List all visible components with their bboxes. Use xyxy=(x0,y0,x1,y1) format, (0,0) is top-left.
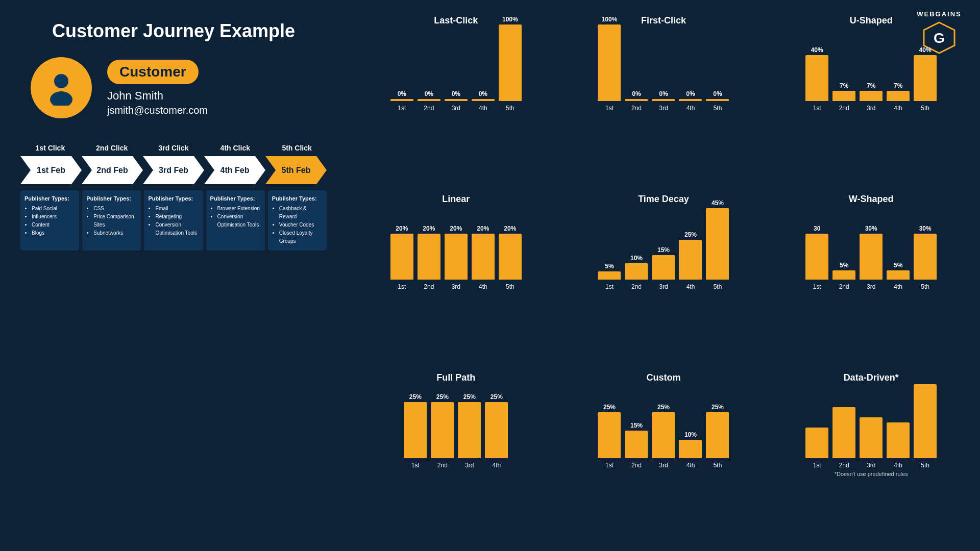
pub-item: Retargeting xyxy=(155,213,199,221)
bar-label-bottom: 1st xyxy=(398,105,406,112)
bar-col: 25% 4th xyxy=(485,393,508,469)
publisher-box-5: Publisher Types: Cashback & Reward Vouch… xyxy=(268,190,327,251)
bar xyxy=(914,234,937,280)
bar-col: 30% 5th xyxy=(914,225,937,290)
bar xyxy=(598,271,621,280)
bar-label-top: 0% xyxy=(452,90,460,97)
bar-chart-last-click: 0% 1st 0% 2nd 0% 3rd 0% 4th xyxy=(357,30,555,112)
bar xyxy=(625,431,648,458)
bar-label-top: 7% xyxy=(894,82,902,89)
bar xyxy=(832,91,855,101)
bar-col: 1st xyxy=(805,426,828,469)
publisher-box-2: Publisher Types: CSS Price Comparison Si… xyxy=(82,190,141,251)
bar-col: 40% 5th xyxy=(914,46,937,112)
bar-col: 25% 1st xyxy=(404,393,427,469)
customer-email: jsmith@customer.com xyxy=(107,105,208,116)
chart-title-full-path: Full Path xyxy=(436,372,475,383)
bar-label-bottom: 3rd xyxy=(452,283,460,290)
customer-info: Customer John Smith jsmith@customer.com xyxy=(20,57,327,118)
bar-label-top: 30% xyxy=(919,225,932,232)
bar-col: 25% 3rd xyxy=(458,393,481,469)
bar-col: 5% 4th xyxy=(887,262,910,290)
bar-label-top: 25% xyxy=(463,393,476,400)
data-driven-note: *Doesn't use predefined rules xyxy=(835,471,908,477)
bar xyxy=(598,412,621,458)
bar xyxy=(652,412,675,458)
bar-col: 2nd xyxy=(832,406,855,469)
bar xyxy=(499,234,522,280)
bar xyxy=(860,91,883,101)
bar-label-top: 0% xyxy=(479,90,487,97)
bar-chart-u-shaped: 40% 1st 7% 2nd 7% 3rd 7% 4th xyxy=(772,30,970,112)
bar-col: 40% 1st xyxy=(805,46,828,112)
bar-label-bottom: 1st xyxy=(813,462,821,469)
bar-col: 0% 2nd xyxy=(418,90,440,112)
bar-label-top: 5% xyxy=(605,263,614,270)
bar-label-bottom: 2nd xyxy=(631,462,642,469)
bar xyxy=(445,234,468,280)
bar-col: 20% 3rd xyxy=(445,225,468,290)
bar xyxy=(458,402,481,458)
bar-label-top: 10% xyxy=(684,431,697,438)
customer-details: Customer John Smith jsmith@customer.com xyxy=(107,60,208,116)
chart-title-linear: Linear xyxy=(442,194,470,205)
bar-chart-first-click: 100% 1st 0% 2nd 0% 3rd 0% 4th xyxy=(565,30,763,112)
bar-label-top: 0% xyxy=(713,90,722,97)
bar-col: 25% 4th xyxy=(679,231,702,290)
bar xyxy=(914,384,937,458)
bar-label-bottom: 3rd xyxy=(659,283,668,290)
bar-label-top: 0% xyxy=(398,90,406,97)
chart-linear: Linear 20% 1st 20% 2nd 20% 3rd xyxy=(357,194,555,367)
chart-title-time-decay: Time Decay xyxy=(638,194,689,205)
bar-label-top: 40% xyxy=(919,46,932,54)
bar-label-bottom: 3rd xyxy=(659,462,668,469)
pub-item: Content xyxy=(32,221,75,229)
bar-col: 25% 5th xyxy=(706,404,729,469)
bar-label-bottom: 1st xyxy=(605,105,614,112)
bar-col: 20% 5th xyxy=(499,225,522,290)
pub-title-3: Publisher Types: xyxy=(148,195,199,202)
bar xyxy=(485,402,508,458)
bar-label-bottom: 3rd xyxy=(452,105,460,112)
bar-label-top: 5% xyxy=(840,262,848,269)
bar xyxy=(499,24,522,101)
bar-col: 5% 2nd xyxy=(832,262,855,290)
pub-item: Blogs xyxy=(32,229,75,237)
bar-label-bottom: 5th xyxy=(714,105,722,112)
bar-label-top: 25% xyxy=(491,393,503,400)
bar-chart-full-path: 25% 1st 25% 2nd 25% 3rd 25% 4th xyxy=(357,387,555,469)
arrow-1: 1st Feb xyxy=(20,156,82,184)
bar-label-bottom: 4th xyxy=(687,283,695,290)
bar-label-bottom: 3rd xyxy=(867,462,875,469)
bar-col: 100% 5th xyxy=(499,16,522,112)
bar-label-top: 0% xyxy=(659,90,668,97)
bar-label-bottom: 4th xyxy=(492,462,501,469)
bar xyxy=(652,255,675,280)
pub-item: Influencers xyxy=(32,213,75,221)
bar-label-top: 5% xyxy=(894,262,902,269)
chart-last-click: Last-Click 0% 1st 0% 2nd 0% 3rd xyxy=(357,15,555,189)
bar-label-bottom: 5th xyxy=(506,105,514,112)
bar xyxy=(832,407,855,458)
bar-col: 30 1st xyxy=(805,225,828,290)
bar-label-bottom: 3rd xyxy=(867,105,875,112)
bar-label-top: 20% xyxy=(423,225,435,232)
bar-col: 7% 3rd xyxy=(860,82,883,112)
bar-chart-time-decay: 5% 1st 10% 2nd 15% 3rd 25% 4th xyxy=(565,209,763,290)
bar-label-bottom: 4th xyxy=(687,462,695,469)
bar-label-bottom: 4th xyxy=(479,283,487,290)
bar-label-top: 40% xyxy=(811,46,823,54)
arrow-2: 2nd Feb xyxy=(82,156,143,184)
pub-title-4: Publisher Types: xyxy=(210,195,261,202)
bar-label-bottom: 1st xyxy=(813,105,821,112)
chart-title-data-driven: Data-Driven* xyxy=(844,372,899,383)
click-label-5: 5th Click xyxy=(267,144,327,152)
chart-custom: Custom 25% 1st 15% 2nd 25% 3rd xyxy=(565,372,763,546)
bar-col: 0% 5th xyxy=(706,90,729,112)
bar xyxy=(418,99,440,101)
bar xyxy=(625,99,648,101)
publisher-boxes: Publisher Types: Paid Social Influencers… xyxy=(20,190,327,251)
pub-item: Price Comparison Sites xyxy=(93,213,137,229)
bar-col: 7% 2nd xyxy=(832,82,855,112)
avatar xyxy=(31,57,92,118)
